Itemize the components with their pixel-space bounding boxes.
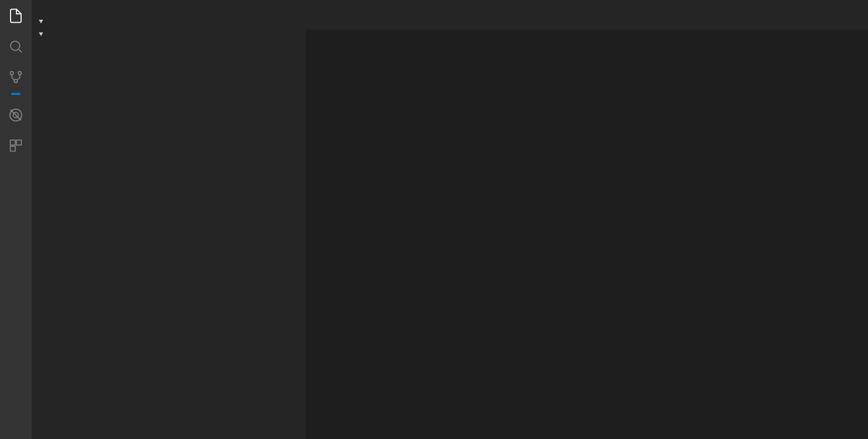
editor-area [306, 0, 868, 439]
source-control-icon[interactable] [5, 66, 26, 88]
svg-rect-8 [11, 146, 15, 151]
chevron-down-icon: ▼ [37, 31, 45, 37]
sidebar-title [32, 0, 306, 15]
sidebar: ▼ ▼ [32, 0, 306, 439]
tab-bar [306, 0, 868, 30]
svg-point-1 [10, 71, 13, 74]
svg-point-3 [14, 79, 17, 82]
workspace-header[interactable]: ▼ [32, 27, 306, 40]
code-content[interactable] [351, 30, 358, 439]
svg-rect-7 [16, 140, 21, 145]
activity-bar [0, 0, 32, 439]
debug-icon[interactable] [5, 104, 26, 126]
source-control-badge [11, 93, 21, 95]
open-editors-header[interactable]: ▼ [32, 15, 306, 27]
chevron-down-icon: ▼ [37, 18, 45, 25]
svg-rect-6 [11, 140, 15, 145]
line-number-gutter [306, 30, 348, 439]
extensions-icon[interactable] [5, 135, 26, 156]
search-icon[interactable] [5, 36, 26, 57]
svg-point-0 [11, 41, 20, 51]
explorer-icon[interactable] [5, 5, 26, 26]
svg-point-2 [18, 71, 21, 74]
code-area[interactable] [306, 30, 868, 439]
